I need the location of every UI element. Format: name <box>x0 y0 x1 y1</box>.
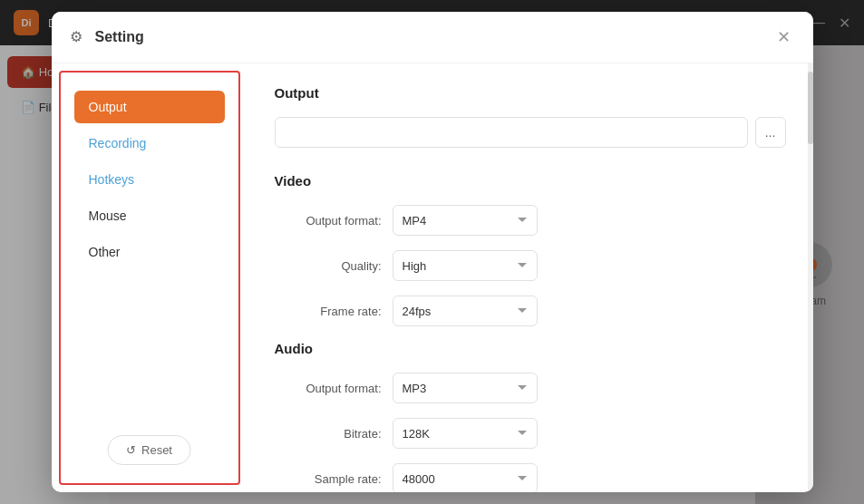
audio-samplerate-label: Sample rate: <box>275 472 393 486</box>
video-quality-select[interactable]: High <box>393 250 538 281</box>
video-quality-row: Quality: High <box>275 250 786 281</box>
video-quality-label: Quality: <box>275 259 393 273</box>
modal-overlay: ⚙ Setting ✕ Output Recording Hotkeys Mou… <box>0 0 864 504</box>
settings-icon: ⚙ <box>70 28 88 46</box>
scrollbar-track <box>808 63 813 492</box>
video-framerate-select[interactable]: 24fps <box>393 296 538 326</box>
output-path-input[interactable] <box>275 117 748 148</box>
video-framerate-label: Frame rate: <box>275 305 393 318</box>
audio-section-title: Audio <box>275 341 786 356</box>
nav-item-hotkeys[interactable]: Hotkeys <box>74 163 225 196</box>
scrollbar-thumb[interactable] <box>808 72 813 144</box>
modal-body: Output Recording Hotkeys Mouse Other ↺ <box>52 63 813 492</box>
audio-format-row: Output format: MP3 <box>275 373 786 403</box>
audio-bitrate-label: Bitrate: <box>275 427 393 441</box>
settings-modal: ⚙ Setting ✕ Output Recording Hotkeys Mou… <box>52 12 813 492</box>
nav-item-output[interactable]: Output <box>74 91 225 123</box>
video-format-select[interactable]: MP4 <box>393 205 538 236</box>
audio-samplerate-row: Sample rate: 48000 <box>275 463 786 492</box>
modal-header: ⚙ Setting ✕ <box>52 12 813 63</box>
modal-title: Setting <box>95 29 773 45</box>
audio-format-select[interactable]: MP3 <box>393 373 538 403</box>
nav-item-recording[interactable]: Recording <box>74 127 225 160</box>
reset-icon: ↺ <box>126 443 136 457</box>
reset-button[interactable]: ↺ Reset <box>107 435 191 465</box>
modal-close-button[interactable]: ✕ <box>773 26 795 48</box>
reset-button-container: ↺ Reset <box>107 435 191 465</box>
nav-item-mouse[interactable]: Mouse <box>74 199 225 232</box>
audio-format-label: Output format: <box>275 382 393 395</box>
output-section-title: Output <box>275 85 786 101</box>
audio-bitrate-row: Bitrate: 128K <box>275 418 786 449</box>
video-section-title: Video <box>275 173 786 189</box>
video-format-row: Output format: MP4 <box>275 205 786 236</box>
video-format-label: Output format: <box>275 214 393 228</box>
settings-nav-panel: Output Recording Hotkeys Mouse Other ↺ <box>59 71 240 485</box>
audio-samplerate-select[interactable]: 48000 <box>393 463 538 492</box>
nav-item-other[interactable]: Other <box>74 236 225 268</box>
output-path-browse-button[interactable]: ... <box>755 117 786 148</box>
output-path-row: ... <box>275 117 786 148</box>
video-framerate-row: Frame rate: 24fps <box>275 296 786 326</box>
audio-bitrate-select[interactable]: 128K <box>393 418 538 449</box>
settings-content-panel: Output ... Video Output format: MP4 <box>248 63 813 492</box>
